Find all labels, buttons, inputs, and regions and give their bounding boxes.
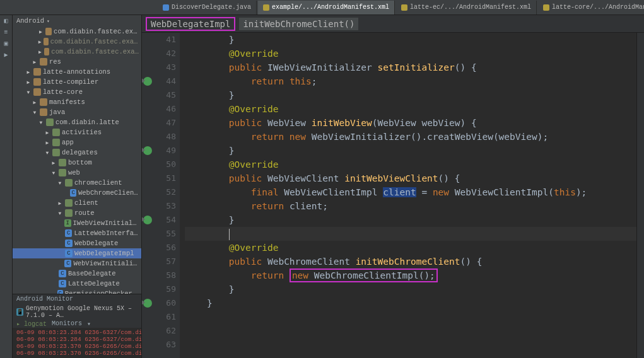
- project-tree[interactable]: com.diabin.fastec.examplecom.diabin.fast…: [13, 26, 141, 294]
- line-number[interactable]: 57: [142, 255, 176, 268]
- code-line[interactable]: return new WebViewInitializer().creatWeb…: [185, 130, 636, 144]
- project-tree-item[interactable]: CBaseDelegate: [13, 268, 141, 279]
- project-tree-item[interactable]: bottom: [13, 158, 141, 168]
- line-number[interactable]: 43: [142, 61, 176, 74]
- code-line[interactable]: }: [185, 296, 636, 310]
- project-tree-item[interactable]: com.diabin.fastec.example (test): [13, 47, 141, 57]
- editor-gutter[interactable]: 4142434445464748495051525354555657585960…: [142, 33, 180, 358]
- code-line[interactable]: public WebViewClient initWebViewClient()…: [185, 171, 636, 185]
- code-line[interactable]: final WebViewClientImpl client = new Web…: [185, 185, 636, 199]
- editor-marker-strip[interactable]: [636, 33, 644, 358]
- editor-tab[interactable]: latte-ec/.../AndroidManifest.xml: [396, 1, 537, 14]
- build-tool-icon[interactable]: ▣: [3, 40, 10, 48]
- line-number[interactable]: 41: [142, 33, 176, 47]
- project-tree-item[interactable]: client: [13, 198, 141, 208]
- project-tree-item[interactable]: com.diabin.fastec.example: [13, 26, 141, 37]
- tree-twisty-icon[interactable]: [25, 69, 32, 75]
- project-header[interactable]: Android ▾: [13, 15, 141, 26]
- line-number[interactable]: 55: [142, 227, 176, 241]
- code-line[interactable]: }: [185, 88, 636, 102]
- line-number[interactable]: 59: [142, 282, 176, 296]
- code-line[interactable]: return new WebChromeClientImpl();: [185, 268, 636, 282]
- tree-twisty-icon[interactable]: [57, 200, 63, 206]
- line-number[interactable]: 56: [142, 241, 176, 255]
- tree-twisty-icon[interactable]: [38, 120, 44, 125]
- project-tree-item[interactable]: latte-annotations: [13, 67, 141, 77]
- tree-twisty-icon[interactable]: [44, 150, 50, 156]
- project-tree-item[interactable]: CLatteDelegate: [13, 279, 141, 289]
- tree-twisty-icon[interactable]: [32, 59, 38, 65]
- project-tree-item[interactable]: java: [13, 107, 141, 117]
- project-tree-item[interactable]: res: [13, 57, 141, 67]
- code-line[interactable]: @Override: [185, 102, 636, 116]
- line-number[interactable]: 54: [142, 213, 176, 227]
- logcat-output[interactable]: 06-09 08:03:23.284 6236-6327/com.dia06-0…: [13, 328, 141, 358]
- project-tree-item[interactable]: CWebDelegateImpl: [13, 248, 141, 258]
- project-tree-item[interactable]: latte-compiler: [13, 77, 141, 87]
- line-number[interactable]: 46: [142, 102, 176, 116]
- code-editor[interactable]: 4142434445464748495051525354555657585960…: [142, 33, 644, 358]
- line-number[interactable]: 52: [142, 185, 176, 199]
- project-tree-item[interactable]: web: [13, 168, 141, 178]
- code-line[interactable]: }: [185, 144, 636, 158]
- project-tool-icon[interactable]: ◧: [3, 18, 10, 25]
- project-tree-item[interactable]: activities: [13, 127, 141, 137]
- line-number[interactable]: 49: [142, 144, 176, 158]
- logcat-tab[interactable]: ▸ logcat: [16, 320, 47, 328]
- line-number[interactable]: 58: [142, 268, 176, 282]
- project-tree-item[interactable]: latte-core: [13, 87, 141, 97]
- tree-twisty-icon[interactable]: [38, 49, 42, 55]
- line-number[interactable]: 61: [142, 310, 176, 324]
- project-tree-item[interactable]: manifests: [13, 97, 141, 107]
- tree-twisty-icon[interactable]: [44, 140, 50, 146]
- project-tree-item[interactable]: delegates: [13, 147, 141, 158]
- breadcrumb-class[interactable]: WebDelegateImpl: [146, 17, 235, 31]
- line-number[interactable]: 63: [142, 338, 176, 352]
- line-number[interactable]: 44: [142, 74, 176, 88]
- code-line[interactable]: @Override: [185, 158, 636, 171]
- code-line[interactable]: @Override: [185, 47, 636, 61]
- code-line[interactable]: }: [185, 33, 636, 47]
- code-line[interactable]: }: [185, 213, 636, 227]
- tree-twisty-icon[interactable]: [57, 180, 63, 186]
- editor-tab[interactable]: DiscoverDelegate.java: [158, 1, 257, 14]
- project-tree-item[interactable]: CLatteWebInterface: [13, 228, 141, 238]
- editor-tab[interactable]: example/.../AndroidManifest.xml: [258, 1, 395, 14]
- line-number[interactable]: 47: [142, 116, 176, 130]
- tree-twisty-icon[interactable]: [50, 160, 57, 166]
- project-tree-item[interactable]: IIWebViewInitializer: [13, 218, 141, 228]
- project-tree-item[interactable]: app: [13, 137, 141, 147]
- run-tool-icon[interactable]: ▶: [3, 52, 10, 59]
- code-line[interactable]: public IWebViewInitializer setInitialize…: [185, 61, 636, 74]
- line-number[interactable]: 62: [142, 324, 176, 338]
- code-line[interactable]: [185, 227, 636, 241]
- code-line[interactable]: @Override: [185, 241, 636, 255]
- tree-twisty-icon[interactable]: [25, 79, 32, 85]
- structure-tool-icon[interactable]: ≡: [3, 29, 10, 37]
- line-number[interactable]: 50: [142, 158, 176, 171]
- line-number[interactable]: 60: [142, 296, 176, 310]
- project-tree-item[interactable]: CWebDelegate: [13, 238, 141, 248]
- project-tree-item[interactable]: CWebChromeClientImpl: [13, 188, 141, 198]
- editor-code-area[interactable]: } @Override public IWebViewInitializer s…: [180, 33, 636, 358]
- line-number[interactable]: 51: [142, 171, 176, 185]
- code-line[interactable]: public WebView initWebView(WebView webVi…: [185, 116, 636, 130]
- project-tree-item[interactable]: CWebViewInitializer: [13, 258, 141, 268]
- tree-twisty-icon[interactable]: [57, 211, 63, 216]
- editor-tab[interactable]: latte-core/.../AndroidManifest.xml: [538, 1, 644, 14]
- project-tree-item[interactable]: chromeclient: [13, 178, 141, 188]
- code-line[interactable]: return client;: [185, 199, 636, 213]
- project-tree-item[interactable]: com.diabin.fastec.example (androidTe: [13, 37, 141, 47]
- line-number[interactable]: 48: [142, 130, 176, 144]
- project-tree-item[interactable]: route: [13, 208, 141, 218]
- breadcrumb-method[interactable]: initWebChromeClient(): [239, 18, 358, 30]
- monitors-tab[interactable]: Monitors: [52, 320, 82, 328]
- code-line[interactable]: public WebChromeClient initWebChromeClie…: [185, 255, 636, 268]
- line-number[interactable]: 45: [142, 88, 176, 102]
- tree-twisty-icon[interactable]: [38, 29, 44, 35]
- tree-twisty-icon[interactable]: [32, 110, 38, 115]
- project-tree-item[interactable]: com.diabin.latte: [13, 117, 141, 127]
- tree-twisty-icon[interactable]: [44, 130, 50, 136]
- monitor-menu-icon[interactable]: ▾: [87, 320, 91, 328]
- code-line[interactable]: }: [185, 282, 636, 296]
